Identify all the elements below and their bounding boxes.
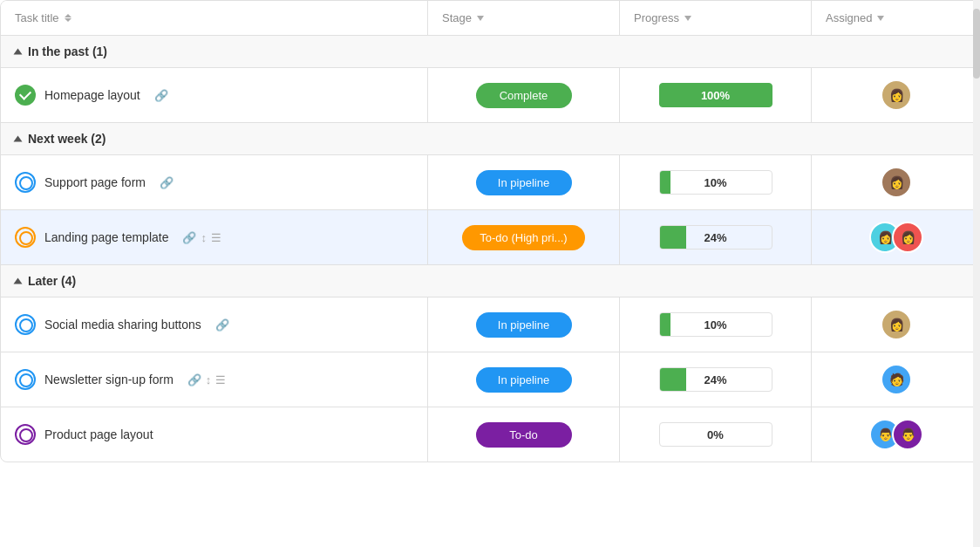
- group-label: Next week (2): [28, 132, 105, 146]
- group-chevron-icon[interactable]: [14, 49, 23, 55]
- progress-cell: 10%: [620, 297, 812, 352]
- progress-bar: 100%: [659, 83, 772, 107]
- progress-bar: 10%: [659, 312, 772, 337]
- task-icons: 🔗↕☰: [182, 231, 221, 244]
- stage-cell[interactable]: To-do: [428, 407, 620, 462]
- table-header: Task title Stage Progress Assigned: [1, 1, 979, 36]
- header-assigned[interactable]: Assigned: [812, 1, 980, 35]
- progress-bar: 0%: [659, 422, 772, 447]
- chevron-down-icon: [877, 16, 884, 21]
- progress-cell: 100%: [620, 68, 812, 122]
- task-title: Newsletter sign-up form: [44, 373, 174, 386]
- progress-cell: 10%: [620, 155, 812, 209]
- header-task-title[interactable]: Task title: [1, 1, 428, 35]
- attachment-icon: 🔗: [160, 176, 174, 189]
- task-title: Homepage layout: [44, 88, 140, 102]
- progress-value: 24%: [660, 373, 772, 386]
- progress-bar: 24%: [659, 367, 772, 392]
- task-name-cell[interactable]: Social media sharing buttons 🔗: [1, 297, 428, 352]
- task-icons: 🔗↕☰: [187, 373, 227, 386]
- task-title: Support page form: [44, 175, 146, 189]
- stage-badge[interactable]: Complete: [476, 83, 572, 108]
- avatar-group: 👨👨: [869, 419, 923, 450]
- avatar-group: 🧑: [881, 364, 912, 395]
- progress-value: 10%: [660, 318, 772, 332]
- progress-cell: 0%: [620, 407, 812, 462]
- assigned-cell: 👩: [812, 155, 980, 209]
- attachment-icon: 🔗: [154, 89, 168, 102]
- progress-value: 24%: [660, 231, 772, 244]
- sort-icon[interactable]: [65, 14, 71, 22]
- task-title-label: Task title: [15, 11, 59, 24]
- task-title: Landing page template: [44, 230, 168, 244]
- avatar-group: 👩: [881, 79, 912, 111]
- task-row[interactable]: Product page layout To-do 0% 👨👨: [1, 407, 979, 462]
- group-chevron-icon[interactable]: [14, 136, 23, 142]
- group-header-in-the-past[interactable]: In the past (1): [1, 36, 979, 68]
- task-row[interactable]: Homepage layout 🔗 Complete 100% 👩: [1, 68, 979, 123]
- task-row[interactable]: Support page form 🔗 In pipeline 10% 👩: [1, 155, 979, 210]
- attachment-icon: 🔗: [182, 231, 196, 244]
- group-label: Later (4): [28, 274, 76, 288]
- checklist-icon: ☰: [215, 373, 226, 386]
- progress-cell: 24%: [620, 210, 812, 264]
- header-progress[interactable]: Progress: [620, 1, 812, 35]
- group-header-next-week[interactable]: Next week (2): [1, 123, 979, 155]
- assigned-cell: 👩👩: [812, 210, 980, 264]
- task-name-cell[interactable]: Landing page template 🔗↕☰: [1, 210, 428, 264]
- assigned-cell: 👨👨: [812, 407, 980, 462]
- reorder-icon: ↕: [201, 231, 207, 244]
- task-icons: 🔗: [215, 318, 229, 332]
- task-name-cell[interactable]: Homepage layout 🔗: [1, 68, 428, 122]
- task-icons: 🔗: [154, 89, 168, 102]
- task-row[interactable]: Social media sharing buttons 🔗 In pipeli…: [1, 297, 979, 352]
- avatar: 👩: [892, 222, 923, 253]
- group-chevron-icon[interactable]: [14, 278, 23, 284]
- header-stage[interactable]: Stage: [428, 1, 620, 35]
- progress-label: Progress: [634, 11, 679, 24]
- stage-cell[interactable]: In pipeline: [428, 352, 620, 407]
- circle-blue-icon: [15, 172, 36, 193]
- avatar-group: 👩: [881, 167, 912, 198]
- scrollbar[interactable]: [973, 0, 980, 462]
- chevron-down-icon: [477, 16, 484, 21]
- task-title: Product page layout: [44, 427, 153, 441]
- stage-cell[interactable]: Complete: [428, 68, 620, 122]
- avatar: 👩: [881, 167, 912, 198]
- group-header-later[interactable]: Later (4): [1, 265, 979, 297]
- assigned-cell: 👩: [812, 68, 980, 122]
- group-label: In the past (1): [28, 44, 107, 58]
- stage-badge[interactable]: To-do (High pri...): [462, 225, 584, 250]
- stage-badge[interactable]: In pipeline: [476, 367, 572, 393]
- task-icons: 🔗: [160, 176, 174, 189]
- progress-value: 100%: [660, 89, 772, 102]
- task-row[interactable]: Landing page template 🔗↕☰ To-do (High pr…: [1, 210, 979, 265]
- avatar: 👩: [881, 79, 912, 111]
- stage-cell[interactable]: To-do (High pri...): [428, 210, 620, 264]
- scrollbar-thumb[interactable]: [973, 9, 980, 79]
- progress-bar: 24%: [659, 225, 772, 250]
- complete-icon: [15, 85, 36, 106]
- attachment-icon: 🔗: [187, 373, 201, 386]
- avatar-group: 👩: [881, 309, 912, 340]
- progress-bar: 10%: [659, 170, 772, 195]
- circle-orange-icon: [15, 227, 36, 248]
- stage-cell[interactable]: In pipeline: [428, 297, 620, 352]
- task-title: Social media sharing buttons: [44, 318, 201, 332]
- stage-badge[interactable]: To-do: [476, 422, 572, 448]
- progress-cell: 24%: [620, 352, 812, 407]
- stage-label: Stage: [442, 11, 472, 24]
- stage-badge[interactable]: In pipeline: [476, 170, 572, 195]
- groups-container: In the past (1) Homepage layout 🔗 Comple…: [1, 36, 979, 462]
- chevron-down-icon: [684, 16, 691, 21]
- task-name-cell[interactable]: Product page layout: [1, 407, 428, 462]
- task-name-cell[interactable]: Newsletter sign-up form 🔗↕☰: [1, 352, 428, 407]
- stage-badge[interactable]: In pipeline: [476, 312, 572, 338]
- task-row[interactable]: Newsletter sign-up form 🔗↕☰ In pipeline …: [1, 352, 979, 407]
- assigned-label: Assigned: [826, 11, 872, 24]
- task-name-cell[interactable]: Support page form 🔗: [1, 155, 428, 209]
- task-table: Task title Stage Progress Assigned In th…: [0, 0, 980, 462]
- circle-blue-icon: [15, 314, 36, 335]
- progress-value: 10%: [660, 176, 772, 189]
- stage-cell[interactable]: In pipeline: [428, 155, 620, 209]
